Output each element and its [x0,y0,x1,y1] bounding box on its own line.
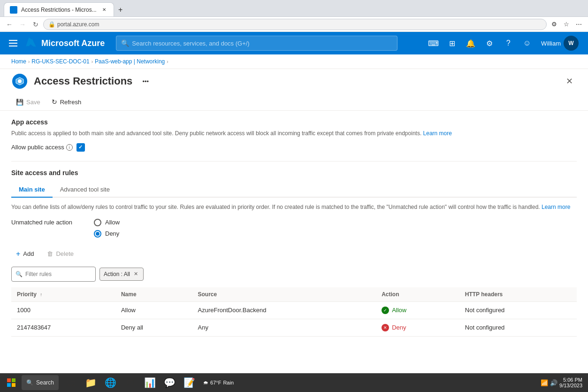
azure-search-bar[interactable]: 🔍 [116,36,397,51]
main-container: Home › RG-UKS-SEC-DOC-01 › PaaS-web-app … [0,54,588,377]
address-bar[interactable]: 🔒 portal.azure.com [43,19,547,30]
tabs: Main site Advanced tool site [11,182,577,198]
radio-allow-button[interactable] [94,219,101,226]
radio-deny-button[interactable] [94,230,101,238]
breadcrumb-home[interactable]: Home [11,58,26,65]
help-button[interactable]: ? [500,35,517,52]
more-options-button[interactable]: ••• [138,74,153,89]
breadcrumb-rg[interactable]: RG-UKS-SEC-DOC-01 [31,58,89,65]
settings-button[interactable]: ⚙ [481,35,498,52]
forward-button[interactable]: → [17,19,28,30]
taskbar-app-7[interactable]: 📝 [180,373,199,377]
search-icon: 🔍 [121,39,129,47]
extensions-button[interactable]: ⚙ [549,19,560,30]
row-2-action-label: Deny [392,324,406,331]
page-icon [11,73,28,90]
row-2-action: ✕ Deny [376,319,459,336]
row-2-priority: 2147483647 [11,319,115,336]
row-2-source: Any [192,319,376,336]
user-avatar: W [564,36,579,51]
user-button[interactable]: William W [537,34,582,53]
allow-status-icon: ✓ [382,307,389,314]
site-access-title: Site access and rules [11,169,577,177]
hamburger-button[interactable] [6,36,21,51]
refresh-button[interactable]: ↻ Refresh [47,95,86,108]
col-name[interactable]: Name [115,287,192,302]
taskbar-app-5[interactable]: 📊 [140,373,159,377]
new-tab-button[interactable]: + [114,3,127,16]
radio-deny-label: Deny [105,230,119,237]
toolbar: 💾 Save ↻ Refresh [0,93,588,111]
radio-allow-label: Allow [105,219,120,226]
refresh-icon: ↻ [52,98,57,106]
taskbar-search[interactable]: 🔍 Search [22,375,59,377]
taskbar-app-1[interactable]: 🗂 [61,373,80,377]
add-icon: + [16,250,20,258]
tab-main-site[interactable]: Main site [11,182,53,198]
col-source[interactable]: Source [192,287,376,302]
svg-rect-1 [9,43,17,44]
taskbar-app-3[interactable]: 🌐 [101,373,120,377]
filter-rules-input[interactable] [25,271,92,277]
app-access-title: App access [11,118,577,126]
taskbar-app-4[interactable]: ✉ [121,373,139,377]
row-2-name: Deny all [115,319,192,336]
settings-button[interactable]: ⋯ [573,19,584,30]
topbar-actions: ⌨ ⊞ 🔔 ⚙ ? ☺ William W [425,34,582,53]
page-header: Access Restrictions ••• ✕ [0,69,588,93]
col-http-headers[interactable]: HTTP headers [459,287,577,302]
table-row[interactable]: 2147483647 Deny all Any ✕ Deny Not confi… [11,319,577,336]
taskbar-app-2[interactable]: 📁 [81,373,100,377]
radio-deny-row: Deny [94,230,120,238]
delete-rule-button[interactable]: 🗑 Delete [42,247,78,260]
cloud-shell-button[interactable]: ⌨ [425,35,442,52]
app-access-description: Public access is applied to both main si… [11,130,577,138]
add-rule-button[interactable]: + Add [11,247,38,261]
svg-rect-2 [9,46,17,46]
filter-input-container[interactable]: 🔍 [11,267,96,282]
app-access-learn-more[interactable]: Learn more [423,130,452,137]
filter-chip-label: Action : All [104,271,130,277]
rules-toolbar: + Add 🗑 Delete [11,247,577,261]
feedback-button[interactable]: ☺ [519,35,535,52]
table-row[interactable]: 1000 Allow AzureFrontDoor.Backend ✓ Allo… [11,301,577,319]
deny-status-icon: ✕ [382,324,389,331]
back-button[interactable]: ← [4,19,15,30]
row-1-http-headers: Not configured [459,301,577,319]
breadcrumb-networking[interactable]: PaaS-web-app | Networking [95,58,165,65]
azure-logo[interactable]: Microsoft Azure [24,37,105,50]
allow-public-label: Allow public access i [11,144,73,151]
reload-button[interactable]: ↻ [30,19,41,30]
taskbar-app-6[interactable]: 💬 [160,373,179,377]
tab-close-button[interactable]: ✕ [100,6,108,14]
directory-button[interactable]: ⊞ [443,35,460,52]
start-button[interactable] [2,373,21,377]
browser-tabs: Access Restrictions - Micros... ✕ + [4,0,127,16]
azure-brand-name: Microsoft Azure [41,38,105,48]
active-tab[interactable]: Access Restrictions - Micros... ✕ [4,2,114,16]
app-access-section: App access Public access is applied to b… [11,118,577,152]
filter-chip-close[interactable]: ✕ [132,270,139,278]
svg-rect-0 [9,40,17,41]
unmatched-rule-section: Unmatched rule action Allow Deny [11,219,577,238]
table-body: 1000 Allow AzureFrontDoor.Backend ✓ Allo… [11,301,577,336]
site-access-section: Site access and rules Main site Advanced… [11,169,577,337]
close-button[interactable]: ✕ [562,74,577,89]
save-button[interactable]: 💾 Save [11,96,45,108]
rules-description: You can define lists of allow/deny rules… [11,203,577,211]
radio-group: Allow Deny [94,219,120,238]
favorites-button[interactable]: ☆ [561,19,572,30]
row-1-action-cell: ✓ Allow [382,307,454,314]
tab-advanced-tool-site[interactable]: Advanced tool site [53,182,117,198]
allow-public-info-icon[interactable]: i [66,144,73,151]
breadcrumb-sep-1: › [28,59,30,64]
rules-learn-more[interactable]: Learn more [542,204,570,210]
allow-public-checkbox[interactable] [76,143,85,152]
notifications-button[interactable]: 🔔 [462,35,479,52]
search-input[interactable] [132,40,392,47]
col-priority[interactable]: Priority ↑ [11,287,115,302]
row-1-source: AzureFrontDoor.Backend [192,301,376,319]
col-action[interactable]: Action [376,287,459,302]
content-area: App access Public access is applied to b… [0,111,588,377]
breadcrumb-sep-3: › [167,59,168,64]
